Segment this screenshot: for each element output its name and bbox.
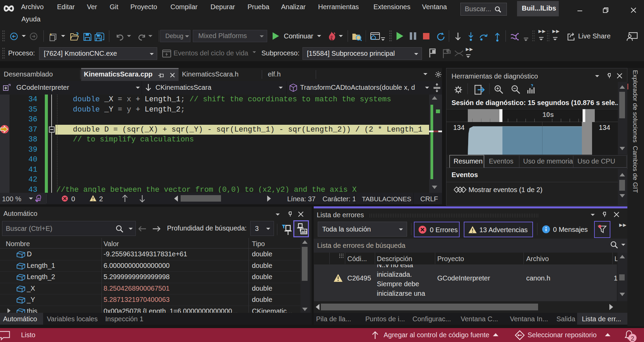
svg-text:ab: ab — [301, 229, 307, 234]
